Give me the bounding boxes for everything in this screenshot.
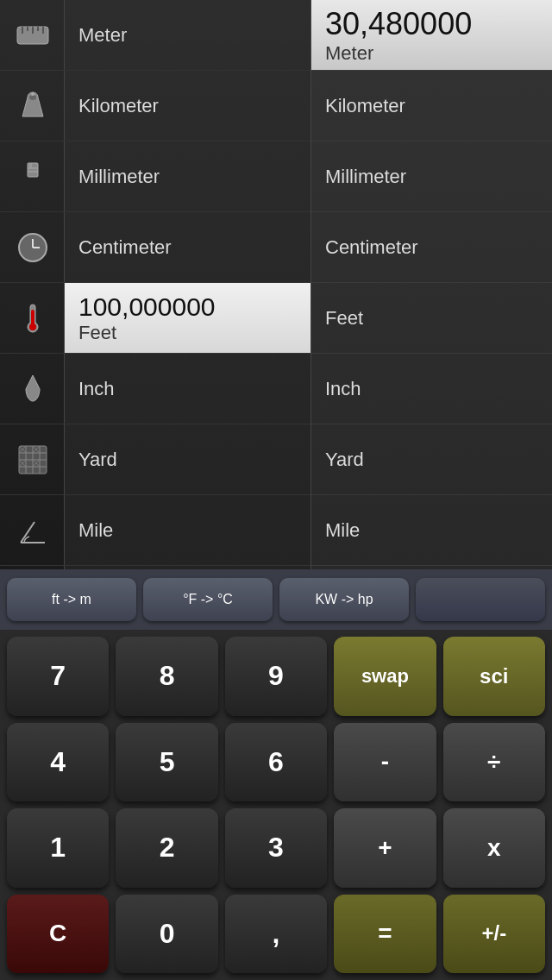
beaker-icon[interactable] xyxy=(0,141,65,212)
f-to-c-button[interactable]: °F -> °C xyxy=(143,578,273,621)
icon-sidebar xyxy=(0,0,65,569)
meter-value: 30,480000 xyxy=(325,6,472,42)
unit-row-mile-right[interactable]: Mile xyxy=(311,495,552,566)
feet-value: 100,000000 xyxy=(78,292,216,322)
key-plus[interactable]: + xyxy=(334,808,436,888)
thermometer-icon[interactable] xyxy=(0,283,65,354)
svg-point-7 xyxy=(31,92,34,96)
unit-row-kilometer-left[interactable]: Kilometer xyxy=(65,71,310,141)
unit-label-inch-right: Inch xyxy=(325,378,361,400)
kw-to-hp-button[interactable]: KW -> hp xyxy=(279,578,409,621)
key-equals[interactable]: = xyxy=(334,895,436,974)
svg-rect-8 xyxy=(28,163,38,177)
unit-row-millimeter-left[interactable]: Millimeter xyxy=(65,141,310,212)
key-2[interactable]: 2 xyxy=(116,808,217,888)
unit-row-inch-left[interactable]: Inch xyxy=(65,354,310,424)
unit-label-millimeter-right: Millimeter xyxy=(325,166,406,188)
unit-row-kilometer-right[interactable]: Kilometer xyxy=(311,71,552,141)
key-minus[interactable]: - xyxy=(334,723,436,802)
unit-label-kilometer-right: Kilometer xyxy=(325,95,405,117)
unit-row-feet-right[interactable]: Feet xyxy=(311,283,552,354)
unit-label-yard-right: Yard xyxy=(325,449,364,471)
key-1[interactable]: 1 xyxy=(7,808,109,888)
unit-label-kilometer-left: Kilometer xyxy=(78,95,159,117)
unit-row-meter-right[interactable]: 30,480000 Meter xyxy=(311,0,552,71)
keypad: 7 8 9 swap sci 4 5 6 - ÷ 1 2 3 + x C 0 ,… xyxy=(0,630,552,980)
key-9[interactable]: 9 xyxy=(225,637,327,716)
units-right-column: 30,480000 Meter Kilometer Millimeter Cen… xyxy=(311,0,552,569)
unit-row-yard-right[interactable]: Yard xyxy=(311,424,552,495)
unit-row-millimeter-right[interactable]: Millimeter xyxy=(311,141,552,212)
empty-conv-button[interactable] xyxy=(416,578,545,621)
key-clear[interactable]: C xyxy=(7,895,109,974)
unit-row-centimeter-right[interactable]: Centimeter xyxy=(311,212,552,283)
unit-list-section: Meter Kilometer Millimeter Centimeter 10… xyxy=(0,0,552,569)
key-7[interactable]: 7 xyxy=(7,637,109,716)
key-0[interactable]: 0 xyxy=(116,895,217,974)
unit-row-centimeter-left[interactable]: Centimeter xyxy=(65,212,310,283)
unit-row-inch-right[interactable]: Inch xyxy=(311,354,552,424)
key-multiply[interactable]: x xyxy=(443,808,545,888)
svg-rect-11 xyxy=(29,163,32,167)
key-5[interactable]: 5 xyxy=(116,723,217,802)
weight-icon[interactable] xyxy=(0,71,65,141)
ft-to-m-button[interactable]: ft -> m xyxy=(7,578,136,621)
key-divide[interactable]: ÷ xyxy=(443,723,545,802)
unit-row-meter-left[interactable]: Meter xyxy=(65,0,310,71)
unit-row-feet-left[interactable]: 100,000000 Feet xyxy=(65,283,310,354)
unit-row-yard-left[interactable]: Yard xyxy=(65,424,310,495)
unit-label-mile-right: Mile xyxy=(325,519,360,542)
unit-label-meter-left: Meter xyxy=(78,24,127,47)
svg-line-27 xyxy=(21,522,34,543)
unit-label-yard-left: Yard xyxy=(78,449,117,471)
unit-label-inch-left: Inch xyxy=(78,378,115,400)
key-sci[interactable]: sci xyxy=(443,637,545,716)
key-plusminus[interactable]: +/- xyxy=(443,895,545,974)
liquid-icon[interactable] xyxy=(0,354,65,424)
units-left-column: Meter Kilometer Millimeter Centimeter 10… xyxy=(65,0,311,569)
ruler-icon[interactable] xyxy=(0,0,65,71)
fabric-icon[interactable] xyxy=(0,424,65,495)
feet-label: Feet xyxy=(78,322,216,344)
key-6[interactable]: 6 xyxy=(225,723,327,802)
key-comma[interactable]: , xyxy=(225,895,327,974)
unit-label-centimeter-right: Centimeter xyxy=(325,236,418,259)
unit-label-millimeter-left: Millimeter xyxy=(78,166,160,188)
key-3[interactable]: 3 xyxy=(225,808,327,888)
unit-row-mile-left[interactable]: Mile xyxy=(65,495,310,566)
unit-label-centimeter-left: Centimeter xyxy=(78,236,172,259)
unit-label-feet-right: Feet xyxy=(325,307,363,330)
key-8[interactable]: 8 xyxy=(116,637,217,716)
svg-rect-17 xyxy=(31,310,34,325)
conversion-bar: ft -> m °F -> °C KW -> hp xyxy=(0,569,552,630)
key-swap[interactable]: swap xyxy=(334,637,436,716)
svg-point-18 xyxy=(29,324,36,330)
angle-icon[interactable] xyxy=(0,495,65,566)
clock-icon[interactable] xyxy=(0,212,65,283)
unit-label-mile-left: Mile xyxy=(78,519,113,542)
key-4[interactable]: 4 xyxy=(7,723,109,802)
meter-label: Meter xyxy=(325,42,472,65)
